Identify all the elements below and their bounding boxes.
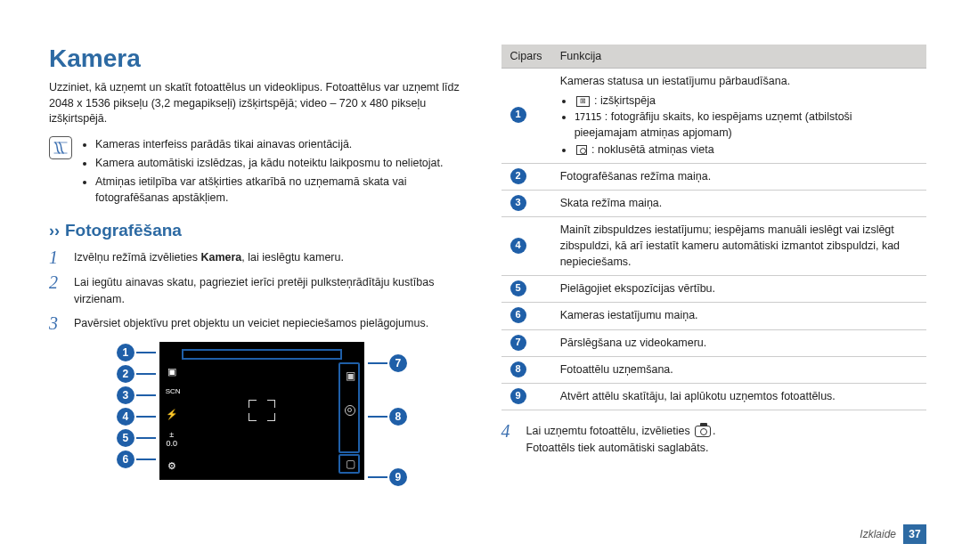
step-number: 2 bbox=[49, 272, 65, 308]
row-badge: 2 bbox=[510, 168, 526, 184]
step-number: 3 bbox=[49, 313, 65, 333]
table-row: 5Pielāgojiet ekspozīcijas vērtību. bbox=[501, 276, 927, 303]
row-desc: Mainīt zibspuldzes iestatījumu; iespējam… bbox=[551, 216, 926, 275]
row-desc: Fotoattēlu uzņemšana. bbox=[551, 356, 926, 383]
row-badge: 4 bbox=[510, 238, 526, 254]
table-row: 4Mainīt zibspuldzes iestatījumu; iespēja… bbox=[501, 216, 927, 275]
table-row: 9Atvērt attēlu skatītāju, lai aplūkotu u… bbox=[501, 383, 927, 410]
table-row: 3Skata režīma maiņa. bbox=[501, 190, 927, 216]
table-row: 8Fotoattēlu uzņemšana. bbox=[501, 356, 927, 383]
row-desc: Pielāgojiet ekspozīcijas vērtību. bbox=[551, 276, 926, 303]
callout-1: 1 bbox=[117, 344, 135, 361]
note-item: Atmiņas ietilpība var atšķirties atkarīb… bbox=[95, 174, 475, 206]
row-badge: 3 bbox=[510, 195, 526, 211]
th-number: Cipars bbox=[501, 45, 551, 69]
callout-3: 3 bbox=[117, 386, 135, 404]
row-desc: Skata režīma maiņa. bbox=[551, 190, 926, 216]
callout-2: 2 bbox=[117, 365, 135, 383]
row-badge: 1 bbox=[510, 107, 526, 123]
table-row: 2Fotografēšanas režīma maiņa. bbox=[501, 163, 927, 190]
note-icon bbox=[49, 136, 72, 159]
counter-value: 17115 bbox=[575, 111, 602, 123]
row-desc: Atvērt attēlu skatītāju, lai aplūkotu uz… bbox=[551, 383, 926, 410]
table-row: 7Pārslēgšana uz videokameru. bbox=[501, 329, 927, 356]
row-badge: 7 bbox=[510, 335, 526, 351]
mode-icon: ▣ bbox=[166, 366, 178, 377]
row-badge: 9 bbox=[510, 388, 526, 404]
step-number: 1 bbox=[49, 248, 65, 267]
flash-icon: ⚡ bbox=[166, 409, 178, 420]
intro-text: Uzziniet, kā uzņemt un skatīt fotoattēlu… bbox=[49, 80, 475, 127]
step-text: Izvēlņu režīmā izvēlieties Kamera, lai i… bbox=[74, 248, 475, 267]
step-number: 4 bbox=[501, 421, 518, 457]
step-text: Lai iegūtu ainavas skatu, pagrieziet ier… bbox=[74, 272, 475, 308]
row-desc: Kameras iestatījumu maiņa. bbox=[551, 303, 926, 329]
function-table: Cipars Funkcija 1 Kameras statusa un ies… bbox=[501, 45, 927, 410]
gallery-icon: ▢ bbox=[346, 458, 355, 470]
callout-7: 7 bbox=[389, 354, 407, 372]
chevron-right-icon: ›› bbox=[49, 222, 60, 240]
row-badge: 5 bbox=[510, 280, 526, 296]
settings-icon: ⚙ bbox=[166, 460, 178, 472]
exposure-icon: ±0.0 bbox=[166, 430, 178, 448]
camera-icon bbox=[695, 426, 711, 437]
section-title: Fotografēšana bbox=[65, 221, 182, 240]
footer-section: Izklaide bbox=[860, 528, 896, 540]
page-title: Kamera bbox=[49, 45, 475, 73]
callout-5: 5 bbox=[117, 429, 135, 447]
row-badge: 6 bbox=[510, 307, 526, 323]
step-text: Lai uzņemtu fotoattēlu, izvēlieties . Fo… bbox=[526, 421, 927, 457]
callout-8: 8 bbox=[389, 408, 407, 426]
th-function: Funkcija bbox=[551, 45, 926, 69]
scene-icon: SCN bbox=[166, 387, 178, 395]
callout-4: 4 bbox=[117, 408, 135, 426]
callout-6: 6 bbox=[117, 450, 135, 468]
row-desc: Kameras statusa un iestatījumu pārbaudīš… bbox=[551, 69, 926, 164]
switch-video-icon: ▣ bbox=[346, 369, 355, 382]
resolution-icon: ⊞ bbox=[576, 96, 590, 107]
storage-icon bbox=[576, 145, 587, 155]
callout-9: 9 bbox=[389, 468, 407, 486]
shutter-icon bbox=[345, 405, 355, 418]
row-desc: Pārslēgšana uz videokameru. bbox=[551, 329, 926, 356]
row-desc: Fotografēšanas režīma maiņa. bbox=[551, 163, 926, 190]
note-item: Kameras interfeiss parādās tikai ainavas… bbox=[95, 136, 475, 152]
row-badge: 8 bbox=[510, 361, 526, 377]
table-row: 1 Kameras statusa un iestatījumu pārbaud… bbox=[501, 69, 927, 164]
camera-diagram: 1 2 3 4 5 6 ▣ SCN ⚡ ±0.0 ⚙ ▣ bbox=[117, 342, 407, 486]
step-text: Pavērsiet objektīvu pret objektu un veic… bbox=[74, 313, 475, 333]
camera-screen-illustration: ▣ SCN ⚡ ±0.0 ⚙ ▣ ▢ bbox=[159, 342, 364, 480]
page-number: 37 bbox=[903, 524, 926, 544]
notes-list: Kameras interfeiss parādās tikai ainavas… bbox=[81, 136, 475, 209]
table-row: 6Kameras iestatījumu maiņa. bbox=[501, 303, 927, 329]
note-item: Kamera automātiski izslēdzas, ja kādu no… bbox=[95, 155, 475, 171]
